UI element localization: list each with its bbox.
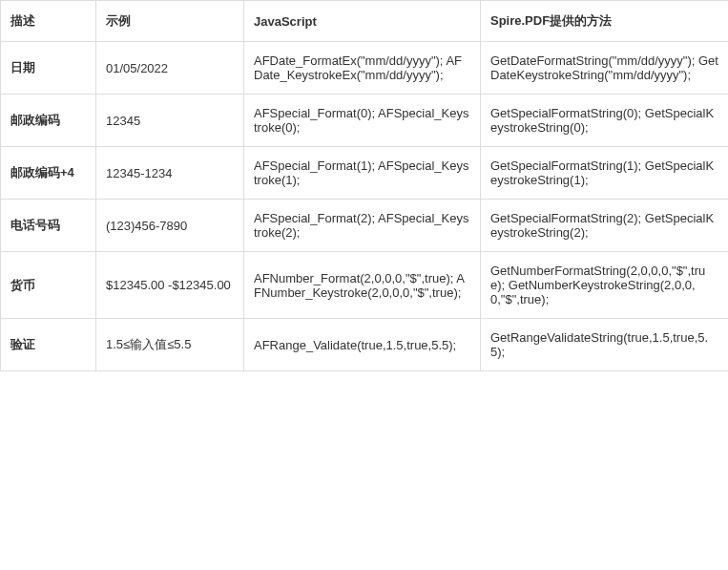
cell-js: AFDate_FormatEx("mm/dd/yyyy"); AFDate_Ke… (244, 42, 481, 95)
cell-desc: 验证 (1, 319, 96, 371)
cell-example: 1.5≤输入值≤5.5 (96, 319, 244, 371)
table-header-row: 描述 示例 JavaScript Spire.PDF提供的方法 (1, 1, 729, 42)
cell-spire: GetSpecialFormatString(2); GetSpecialKey… (481, 200, 729, 252)
table-row: 邮政编码 12345 AFSpecial_Format(0); AFSpecia… (1, 95, 729, 147)
table-row: 日期 01/05/2022 AFDate_FormatEx("mm/dd/yyy… (1, 42, 729, 95)
cell-js: AFSpecial_Format(2); AFSpecial_Keystroke… (244, 200, 481, 252)
methods-table: 描述 示例 JavaScript Spire.PDF提供的方法 日期 01/05… (0, 0, 728, 371)
table-row: 货币 $12345.00 -$12345.00 AFNumber_Format(… (1, 252, 729, 319)
cell-desc: 日期 (1, 42, 96, 95)
cell-desc: 货币 (1, 252, 96, 319)
cell-js: AFNumber_Format(2,0,0,0,"$",true); AFNum… (244, 252, 481, 319)
header-spire: Spire.PDF提供的方法 (481, 1, 729, 42)
table-body: 日期 01/05/2022 AFDate_FormatEx("mm/dd/yyy… (1, 42, 729, 371)
cell-spire: GetRangeValidateString(true,1.5,true,5.5… (481, 319, 729, 371)
table-row: 验证 1.5≤输入值≤5.5 AFRange_Validate(true,1.5… (1, 319, 729, 371)
cell-spire: GetSpecialFormatString(0); GetSpecialKey… (481, 95, 729, 147)
cell-js: AFRange_Validate(true,1.5,true,5.5); (244, 319, 481, 371)
cell-spire: GetDateFormatString("mm/dd/yyyy"); GetDa… (481, 42, 729, 95)
header-js: JavaScript (244, 1, 481, 42)
cell-desc: 电话号码 (1, 200, 96, 252)
table-row: 邮政编码+4 12345-1234 AFSpecial_Format(1); A… (1, 147, 729, 200)
cell-spire: GetSpecialFormatString(1); GetSpecialKey… (481, 147, 729, 200)
cell-js: AFSpecial_Format(1); AFSpecial_Keystroke… (244, 147, 481, 200)
cell-example: (123)456-7890 (96, 200, 244, 252)
cell-desc: 邮政编码 (1, 95, 96, 147)
cell-desc: 邮政编码+4 (1, 147, 96, 200)
cell-example: 12345-1234 (96, 147, 244, 200)
cell-spire: GetNumberFormatString(2,0,0,0,"$",true);… (481, 252, 729, 319)
table-row: 电话号码 (123)456-7890 AFSpecial_Format(2); … (1, 200, 729, 252)
cell-js: AFSpecial_Format(0); AFSpecial_Keystroke… (244, 95, 481, 147)
cell-example: 01/05/2022 (96, 42, 244, 95)
cell-example: 12345 (96, 95, 244, 147)
header-example: 示例 (96, 1, 244, 42)
header-desc: 描述 (1, 1, 96, 42)
cell-example: $12345.00 -$12345.00 (96, 252, 244, 319)
